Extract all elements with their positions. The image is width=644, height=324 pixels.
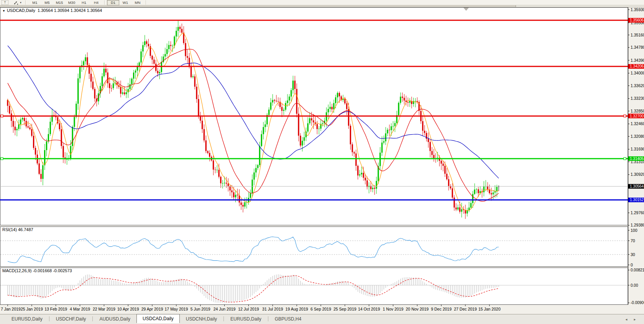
date-tick-label: 10 Apr 2019: [117, 307, 139, 311]
date-axis[interactable]: 7 Jan 201925 Jan 201913 Feb 20194 Mar 20…: [1, 305, 501, 311]
rsi-axis-label: 30: [631, 252, 635, 257]
date-tick-label: 14 Oct 2019: [358, 307, 380, 311]
tab-eurusd-daily[interactable]: EURUSD,Daily: [5, 315, 49, 323]
chart-title: ▼USDCAD,Daily 1.30564 1.30594 1.30424 1.…: [2, 8, 102, 13]
date-tick-label: 29 Apr 2019: [141, 307, 163, 311]
price-tick-label: 1.32850: [631, 109, 644, 113]
price-tick-label: 1.29380: [631, 223, 644, 227]
tab-scroll-arrows[interactable]: ◄ ►: [625, 318, 639, 321]
price-tick-label: 1.30920: [631, 172, 644, 177]
rsi-indicator-label: RSI(14) 46.7487: [2, 227, 33, 232]
price-line-axis-label-text: 1.34206: [630, 64, 644, 68]
price-tick-label: 1.32080: [631, 134, 644, 139]
price-tick-label: 1.31690: [631, 147, 644, 151]
date-tick-label: 20 Nov 2019: [406, 307, 429, 311]
price-axis[interactable]: 1.359301.355301.351601.347801.343901.340…: [628, 7, 644, 305]
date-tick-label: 24 Jun 2019: [214, 307, 236, 311]
price-tick-label: 1.34390: [631, 58, 644, 63]
price-tick-label: 1.29760: [631, 210, 644, 215]
date-tick-label: 19 Aug 2019: [286, 307, 308, 311]
date-tick-label: 9 Dec 2019: [431, 307, 452, 311]
tab-separator: [223, 316, 224, 321]
date-tick-label: 4 Mar 2019: [70, 307, 90, 311]
macd-pane[interactable]: [0, 268, 628, 305]
macd-indicator-label: MACD(12,26,9) -0.001668 -0.002573: [2, 268, 72, 273]
price-line-axis-label-text: 1.31405: [630, 157, 644, 161]
price-line-axis-label-text: 1.30564: [630, 184, 644, 188]
price-line-axis-label-text: 1.30152: [630, 198, 644, 202]
chart-tab-bar: EURUSD,DailyUSDCHF,DailyAUDUSD,DailyUSDC…: [0, 314, 644, 323]
line-handle[interactable]: [1, 157, 3, 160]
tab-separator: [92, 316, 93, 321]
date-tick-label: 5 Jun 2019: [191, 307, 210, 311]
price-tick-label: 1.35930: [631, 7, 644, 12]
price-line-axis-label-text: 1.35606: [630, 18, 644, 22]
date-tick-label: 17 May 2019: [165, 307, 188, 311]
chart-symbol-period: USDCAD,Daily: [7, 8, 35, 13]
tab-gbpusd-h4[interactable]: GBPUSD,H4: [269, 315, 307, 323]
price-tick-label: 1.33230: [631, 96, 644, 101]
chart-shift-marker[interactable]: [463, 8, 469, 11]
tab-usdchf-daily[interactable]: USDCHF,Daily: [50, 315, 92, 323]
date-tick-label: 27 Dec 2019: [454, 307, 477, 311]
chart-ohlc-values: 1.30564 1.30594 1.30424 1.30564: [38, 8, 102, 13]
date-tick-label: 25 Sep 2019: [334, 307, 356, 311]
line-handle[interactable]: [624, 157, 626, 160]
date-tick-label: 12 Jul 2019: [238, 307, 259, 311]
price-tick-label: 1.34000: [631, 71, 644, 75]
date-tick-label: 13 Feb 2019: [44, 307, 67, 311]
chart-canvas[interactable]: 1.359301.355301.351601.347801.343901.340…: [0, 0, 644, 324]
tab-eurusd-daily[interactable]: EURUSD,Daily: [224, 315, 268, 323]
rsi-axis-label: 70: [631, 238, 635, 243]
chart-menu-icon[interactable]: ▼: [2, 9, 5, 13]
date-tick-label: 15 Jan 2020: [478, 307, 501, 311]
rsi-axis-label: 0: [631, 263, 633, 267]
date-tick-label: 6 Sep 2019: [310, 307, 331, 311]
macd-axis-label: 0.008214: [631, 268, 644, 272]
line-handle[interactable]: [624, 115, 626, 117]
price-tick-label: 1.32460: [631, 121, 644, 126]
date-tick-label: 31 Jul 2019: [262, 307, 283, 311]
price-tick-label: 1.35160: [631, 33, 644, 37]
tab-separator: [49, 316, 49, 321]
price-tick-label: 1.33620: [631, 83, 644, 88]
tab-audusd-daily[interactable]: AUDUSD,Daily: [93, 315, 136, 323]
price-tick-label: 1.34780: [631, 45, 644, 50]
date-tick-label: 25 Jan 2019: [21, 307, 43, 311]
tab-separator: [268, 316, 268, 321]
macd-axis-label: 0.00: [631, 283, 638, 288]
price-line-axis-label-text: 1.32700: [630, 114, 644, 118]
tab-usdcnh-daily[interactable]: USDCNH,Daily: [180, 315, 223, 323]
rsi-axis-label: 100: [631, 228, 637, 233]
tab-usdcad-daily[interactable]: USDCAD,Daily: [136, 314, 180, 323]
line-handle[interactable]: [1, 115, 3, 117]
macd-axis-label: -0.00906: [631, 301, 644, 305]
date-tick-label: 22 Mar 2019: [93, 307, 115, 311]
date-tick-label: 7 Jan 2019: [1, 307, 21, 311]
date-tick-label: 1 Nov 2019: [383, 307, 404, 311]
